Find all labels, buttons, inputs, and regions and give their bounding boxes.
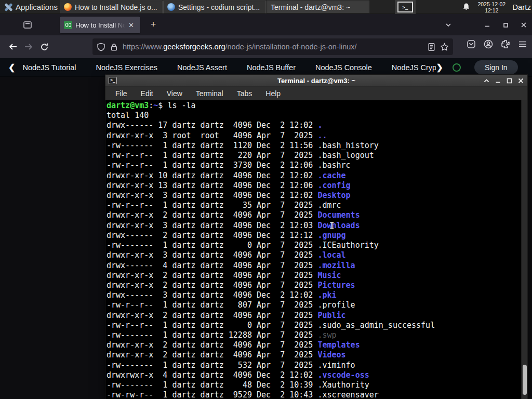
panel-window-button[interactable]: Settings - codium script... [163,1,266,14]
browser-tab-active[interactable]: How to Install Node.js on ✕ [60,17,140,33]
prompt-path: ~ [153,101,158,110]
url-domain: geeksforgeeks.org [163,43,225,51]
site-nav-link[interactable]: NodeJS Assert [177,63,227,72]
mouse-text-cursor: I [329,221,335,231]
terminal-title-bar[interactable]: >_ Terminal - dartz@vm3: ~ [105,75,527,87]
terminal-close-icon[interactable] [517,77,524,84]
window-button-label: Terminal - dartz@vm3: ~ [271,3,350,11]
file-name: .profile [317,300,355,310]
panel-window-button[interactable]: How to Install Node.js o... [60,1,163,14]
lock-icon[interactable] [110,43,118,51]
terminal-shade-icon[interactable] [483,77,490,84]
url-text: https://www.geeksforgeeks.org/node-js/in… [123,43,423,51]
tracking-shield-icon[interactable] [97,43,105,51]
terminal-menu-item[interactable]: Edit [141,89,153,98]
terminal-minimize-icon[interactable] [495,77,501,84]
site-nav-link[interactable]: NodeJS Console [315,63,372,72]
file-name: Downloads [317,221,360,230]
terminal-maximize-icon[interactable] [506,77,513,84]
file-name: .sudo_as_admin_successful [317,321,435,330]
panel-window-button[interactable]: Terminal - dartz@vm3: ~ [267,1,369,14]
firefox-tab-bar: How to Install Node.js on ✕ + [0,14,532,35]
file-name: .swp [317,330,336,340]
scrollbar-thumb[interactable] [523,365,527,395]
url-bar[interactable]: https://www.geeksforgeeks.org/node-js/in… [92,38,453,55]
terminal-menu-item[interactable]: View [167,89,182,98]
window-maximize-icon[interactable] [499,18,512,32]
desktop: Applications How to Install Node.js o...… [0,0,532,399]
listing-row: drwxr-xr-x 2 dartz dartz 4096 Apr 7 2025… [107,311,527,321]
file-name: .xscreensaver [317,390,378,399]
window-button-label: Settings - codium script... [178,3,260,11]
forward-button[interactable] [21,39,36,55]
listing-row: -rw-r--r-- 1 dartz dartz 0 Apr 7 2025 .s… [107,321,527,330]
file-name: .pki [317,290,336,300]
terminal-output[interactable]: dartz@vm3:~$ ls -la total 140 drwx------… [105,100,527,399]
account-icon[interactable] [483,39,494,49]
file-name: Templates [317,340,360,350]
site-nav-link[interactable]: NodeJS Exercises [96,63,157,72]
terminal-menu-item[interactable]: Help [265,89,281,98]
hamburger-menu-icon[interactable] [517,39,528,49]
file-name: Music [317,271,341,280]
listing-row: drwxr-xr-x 2 dartz dartz 4096 Apr 7 2025… [107,350,527,360]
back-button[interactable] [5,39,21,55]
terminal-menu-bar: FileEditViewTerminalTabsHelp [105,87,527,100]
typed-command: ls -la [167,101,195,110]
window-button-label: How to Install Node.js o... [75,3,157,11]
new-tab-button[interactable]: + [148,19,159,31]
file-name: .bash_history [317,141,378,150]
terminal-menu-item[interactable]: File [115,89,127,98]
panel-user-label: Dartz [512,3,531,11]
file-name: .. [317,131,327,140]
site-nav-link[interactable]: NodeJS Buffer [247,63,296,72]
reader-view-icon[interactable] [427,43,436,51]
sign-in-button[interactable]: Sign In [474,60,518,74]
listing-row: drwx------ 4 dartz dartz 4096 Apr 7 2025… [107,261,527,271]
listing-row: -rw-r--r-- 1 dartz dartz 220 Apr 7 2025 … [107,151,527,161]
listing-row: -rw------- 1 dartz dartz 1120 Dec 2 11:5… [107,141,527,151]
extensions-icon[interactable] [500,39,511,49]
prompt-user: dartz@vm3 [107,101,149,110]
window-minimize-icon[interactable] [481,18,494,32]
top-panel: Applications How to Install Node.js o...… [0,0,532,14]
file-name: . [317,121,322,130]
listing-row: -rw------- 1 dartz dartz 532 Apr 7 2025 … [107,361,527,370]
toolbar-right-icons [466,39,528,49]
panel-clock[interactable]: 2025-12-02 12:12 [477,1,506,14]
listing-row: -rw------- 1 dartz dartz 12288 Apr 7 202… [107,330,527,340]
listing-row: drwxr-xr-x 2 dartz dartz 4096 Apr 7 2025… [107,281,527,290]
file-name: Pictures [317,281,355,290]
terminal-launcher[interactable]: >_ [395,0,416,14]
reload-button[interactable] [36,39,52,55]
listing-row: drwx------ 17 dartz dartz 4096 Dec 2 12:… [107,121,527,130]
applications-label: Applications [16,3,58,11]
bookmark-star-icon[interactable] [440,43,449,51]
search-icon[interactable] [453,63,461,72]
listing-row: drwxr-xr-x 3 dartz dartz 4096 Dec 2 12:0… [107,221,527,231]
firefox-view-icon[interactable] [21,18,34,32]
terminal-scrollbar[interactable] [521,100,527,399]
terminal-menu-item[interactable]: Tabs [237,89,252,98]
file-name: .local [317,250,345,260]
site-nav-link[interactable]: NodeJS Crypto [392,63,436,72]
file-name: .vscode-oss [317,370,369,380]
notifications-bell-icon[interactable] [462,3,471,11]
listing-row: -rw-r--r-- 1 dartz dartz 807 Apr 7 2025 … [107,300,527,310]
file-name: .mozilla [317,261,355,270]
nav-scroll-left-icon[interactable]: ❮ [8,62,15,72]
nav-scroll-right-icon[interactable]: ❯ [436,62,443,72]
file-name: Documents [317,210,360,220]
applications-menu[interactable]: Applications [0,0,69,14]
site-nav-link[interactable]: NodeJS Tutorial [22,63,76,72]
terminal-icon: >_ [397,2,413,12]
pocket-icon[interactable] [466,39,476,49]
window-close-icon[interactable] [517,18,530,32]
clock-time: 12:12 [477,7,506,14]
terminal-menu-item[interactable]: Terminal [196,89,223,98]
tab-close-icon[interactable]: ✕ [128,22,134,29]
file-name: .config [317,181,350,190]
clock-date: 2025-12-02 [477,1,506,7]
list-tabs-chevron-icon[interactable] [442,18,455,32]
file-listing: drwx------ 17 dartz dartz 4096 Dec 2 12:… [107,121,527,399]
